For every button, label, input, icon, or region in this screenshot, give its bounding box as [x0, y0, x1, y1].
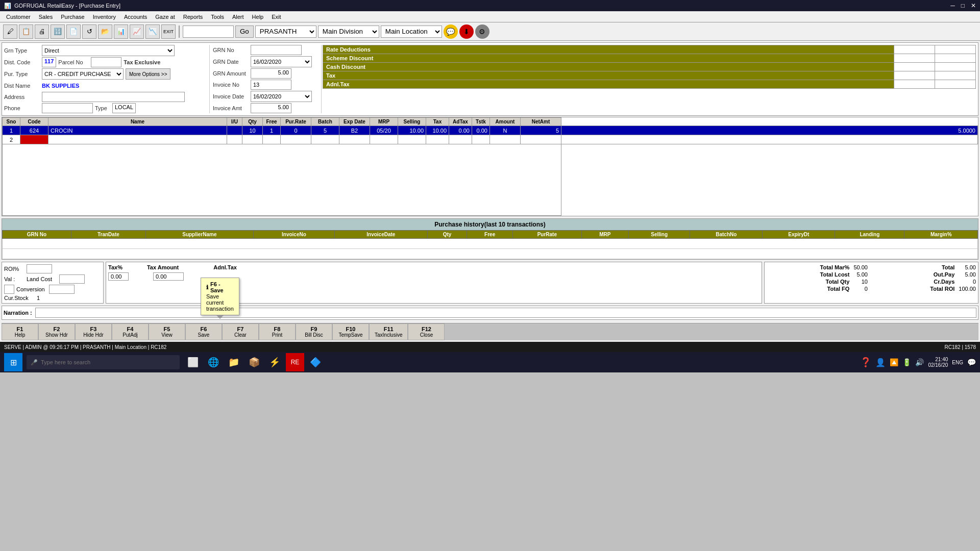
narration-input[interactable] — [35, 308, 976, 318]
search-input[interactable] — [41, 359, 153, 365]
menu-help[interactable]: Help — [248, 13, 268, 21]
taskview-icon[interactable]: ⬜ — [184, 353, 202, 371]
user-icon[interactable]: 👤 — [875, 358, 886, 367]
hist-col-grn: GRN No — [3, 231, 71, 239]
tb-copy[interactable]: 📋 — [19, 24, 33, 39]
tb-print[interactable]: 🖨 — [35, 24, 49, 39]
tb-line[interactable]: 📉 — [145, 24, 160, 39]
toolbar: 🖊 📋 🖨 🔢 📄 ↺ 📂 📊 📈 📉 EXIT Go PRASANTH Mai… — [0, 22, 980, 41]
go-button[interactable]: Go — [235, 26, 254, 38]
alert-icon[interactable]: ⬇ — [459, 24, 474, 39]
total-mar-label: Total Mar% — [767, 264, 849, 270]
f3-hide-hdr[interactable]: F3 Hide Hdr — [75, 323, 112, 340]
bottom-left: ROI% Val : Land Cost Conversion Cur.Stoc… — [2, 262, 104, 304]
settings-icon[interactable]: ⚙ — [475, 24, 489, 39]
hist-empty-row — [3, 239, 978, 249]
scheme-disc-val2[interactable] — [935, 54, 976, 63]
adnl-tax-val2[interactable] — [935, 80, 976, 89]
rate-ded-val-1[interactable] — [935, 45, 976, 54]
dist-code-value[interactable]: 117 — [42, 57, 56, 67]
grn-type-dropdown[interactable]: Direct — [42, 45, 175, 56]
tb-bar[interactable]: 📈 — [130, 24, 144, 39]
f5-view[interactable]: F5 View — [149, 323, 185, 340]
tb-new[interactable]: 🖊 — [3, 24, 17, 39]
conversion-input[interactable] — [49, 285, 75, 294]
minimize-button[interactable]: ─ — [950, 2, 955, 9]
menu-inventory[interactable]: Inventory — [89, 13, 120, 21]
f2-show-hdr[interactable]: F2 Show Hdr — [38, 323, 75, 340]
go-input[interactable] — [183, 26, 234, 38]
tax-val[interactable] — [894, 71, 935, 80]
adnl-tax-val[interactable] — [894, 80, 935, 89]
f7-clear[interactable]: F7 Clear — [222, 323, 259, 340]
tb-report[interactable]: 📄 — [66, 24, 81, 39]
f8-print[interactable]: F8 Print — [259, 323, 296, 340]
menu-purchase[interactable]: Purchase — [57, 13, 88, 21]
land-cost-input[interactable] — [59, 274, 85, 284]
help-icon[interactable]: ❓ — [860, 357, 871, 368]
volume-icon: 🔊 — [915, 358, 924, 366]
notification-icon[interactable]: 💬 — [967, 358, 976, 366]
f10-tempsave[interactable]: F10 TempSave — [332, 323, 369, 340]
network-icon: 🔼 — [890, 358, 898, 366]
tb-exit[interactable]: EXIT — [161, 24, 176, 39]
cash-disc-val[interactable] — [894, 63, 935, 71]
table-row[interactable]: 2 — [3, 135, 978, 144]
pur-type-dropdown[interactable]: CR - CREDIT PURCHASE — [42, 68, 124, 80]
start-button[interactable]: ⊞ — [4, 353, 22, 371]
val-input[interactable] — [4, 285, 14, 294]
close-button[interactable]: ✕ — [971, 2, 976, 9]
menu-tools[interactable]: Tools — [207, 13, 228, 21]
f1-help[interactable]: F1 Help — [2, 323, 38, 340]
invoice-date-dropdown[interactable]: 16/02/2020 — [251, 91, 312, 102]
menu-alert[interactable]: Alert — [228, 13, 248, 21]
f6-save[interactable]: F6 Save — [185, 323, 222, 340]
division-dropdown[interactable]: Main Division — [318, 26, 379, 38]
edge-icon[interactable]: 🌐 — [204, 353, 223, 371]
user-dropdown[interactable]: PRASANTH — [255, 26, 316, 38]
col-batch: Batch — [311, 118, 339, 126]
menu-accounts[interactable]: Accounts — [120, 13, 151, 21]
dropbox-icon[interactable]: 📦 — [245, 353, 263, 371]
tb-refresh[interactable]: ↺ — [82, 24, 96, 39]
search-bar[interactable]: 🎤 — [27, 355, 180, 369]
menu-reports[interactable]: Reports — [179, 13, 207, 21]
tb-open[interactable]: 📂 — [98, 24, 112, 39]
invoice-no-input[interactable] — [251, 80, 291, 90]
row1-amount: 5 — [521, 126, 561, 135]
grn-date-dropdown[interactable]: 16/02/2020 — [251, 56, 312, 67]
f12-close[interactable]: F12 Close — [408, 323, 445, 340]
maximize-button[interactable]: □ — [961, 2, 965, 9]
f4-putadj[interactable]: F4 PutAdj — [112, 323, 149, 340]
app-icon: 📊 — [4, 3, 11, 9]
grn-amount-value: 5.00 — [251, 68, 291, 79]
more-options-button[interactable]: More Options >> — [126, 68, 170, 80]
narration-label: Narration : — [4, 310, 32, 316]
rate-ded-val-0[interactable] — [894, 45, 935, 54]
menu-exit[interactable]: Exit — [267, 13, 285, 21]
row2-qty — [242, 135, 263, 144]
tax-val2[interactable] — [935, 71, 976, 80]
app1-icon[interactable]: ⚡ — [265, 353, 284, 371]
app2-icon[interactable]: RE — [286, 353, 304, 371]
cash-disc-val2[interactable] — [935, 63, 976, 71]
scheme-disc-val[interactable] — [894, 54, 935, 63]
table-row[interactable]: 1 624 CROCIN 10 1 0 5 B2 05/20 10.00 10.… — [3, 126, 978, 135]
f11-taxinclusive[interactable]: F11 TaxInclusive — [369, 323, 408, 340]
app3-icon[interactable]: 🔷 — [306, 353, 325, 371]
tb-chart[interactable]: 📊 — [114, 24, 128, 39]
explorer-icon[interactable]: 📁 — [225, 353, 243, 371]
tb-calc[interactable]: 🔢 — [51, 24, 65, 39]
row2-code[interactable] — [20, 135, 48, 144]
location-dropdown[interactable]: Main Location — [381, 26, 442, 38]
f9-bill-disc[interactable]: F9 Bill Disc — [296, 323, 332, 340]
message-icon[interactable]: 💬 — [444, 24, 458, 39]
roi-input[interactable] — [27, 264, 52, 273]
address-input[interactable] — [42, 92, 185, 102]
grn-no-input[interactable] — [251, 45, 302, 55]
parcel-no-input[interactable] — [91, 57, 121, 67]
menu-sales[interactable]: Sales — [35, 13, 57, 21]
menu-customer[interactable]: Customer — [2, 13, 35, 21]
menu-gaze[interactable]: Gaze at — [151, 13, 179, 21]
phone-input[interactable] — [42, 103, 93, 113]
